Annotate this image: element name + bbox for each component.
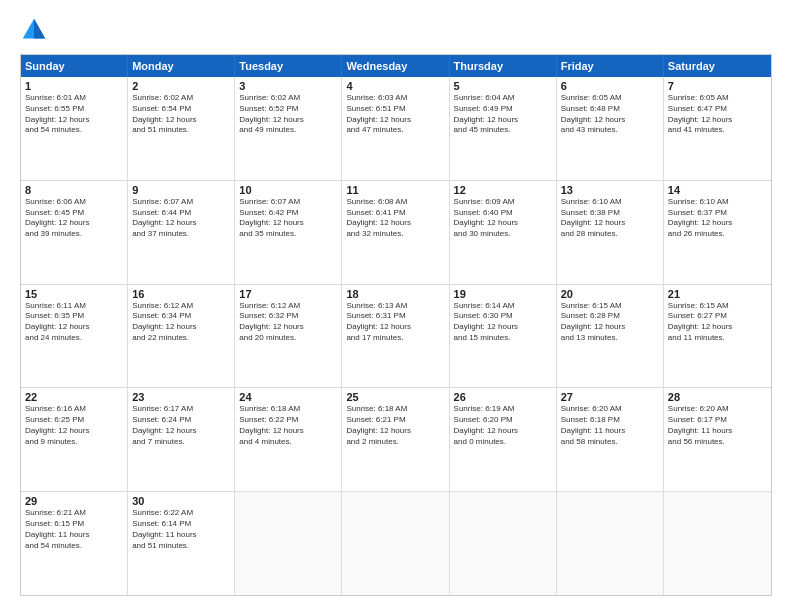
cell-info: Sunrise: 6:17 AMSunset: 6:24 PMDaylight:… (132, 404, 230, 447)
cell-info: Sunrise: 6:21 AMSunset: 6:15 PMDaylight:… (25, 508, 123, 551)
day-number: 4 (346, 80, 444, 92)
calendar-cell: 13Sunrise: 6:10 AMSunset: 6:38 PMDayligh… (557, 181, 664, 284)
cell-info: Sunrise: 6:14 AMSunset: 6:30 PMDaylight:… (454, 301, 552, 344)
calendar-header-tuesday: Tuesday (235, 55, 342, 77)
day-number: 6 (561, 80, 659, 92)
calendar-cell: 23Sunrise: 6:17 AMSunset: 6:24 PMDayligh… (128, 388, 235, 491)
page: SundayMondayTuesdayWednesdayThursdayFrid… (0, 0, 792, 612)
day-number: 27 (561, 391, 659, 403)
calendar-cell: 20Sunrise: 6:15 AMSunset: 6:28 PMDayligh… (557, 285, 664, 388)
day-number: 13 (561, 184, 659, 196)
day-number: 3 (239, 80, 337, 92)
calendar-cell: 4Sunrise: 6:03 AMSunset: 6:51 PMDaylight… (342, 77, 449, 180)
calendar-cell: 11Sunrise: 6:08 AMSunset: 6:41 PMDayligh… (342, 181, 449, 284)
calendar-cell: 28Sunrise: 6:20 AMSunset: 6:17 PMDayligh… (664, 388, 771, 491)
calendar-week-1: 1Sunrise: 6:01 AMSunset: 6:55 PMDaylight… (21, 77, 771, 181)
cell-info: Sunrise: 6:03 AMSunset: 6:51 PMDaylight:… (346, 93, 444, 136)
calendar-cell: 9Sunrise: 6:07 AMSunset: 6:44 PMDaylight… (128, 181, 235, 284)
day-number: 29 (25, 495, 123, 507)
calendar-cell: 14Sunrise: 6:10 AMSunset: 6:37 PMDayligh… (664, 181, 771, 284)
calendar-week-4: 22Sunrise: 6:16 AMSunset: 6:25 PMDayligh… (21, 388, 771, 492)
day-number: 19 (454, 288, 552, 300)
calendar-cell (664, 492, 771, 595)
day-number: 18 (346, 288, 444, 300)
calendar-cell: 2Sunrise: 6:02 AMSunset: 6:54 PMDaylight… (128, 77, 235, 180)
calendar: SundayMondayTuesdayWednesdayThursdayFrid… (20, 54, 772, 596)
cell-info: Sunrise: 6:05 AMSunset: 6:48 PMDaylight:… (561, 93, 659, 136)
calendar-cell (235, 492, 342, 595)
cell-info: Sunrise: 6:08 AMSunset: 6:41 PMDaylight:… (346, 197, 444, 240)
calendar-cell: 19Sunrise: 6:14 AMSunset: 6:30 PMDayligh… (450, 285, 557, 388)
calendar-cell: 29Sunrise: 6:21 AMSunset: 6:15 PMDayligh… (21, 492, 128, 595)
day-number: 5 (454, 80, 552, 92)
day-number: 25 (346, 391, 444, 403)
day-number: 20 (561, 288, 659, 300)
day-number: 8 (25, 184, 123, 196)
day-number: 24 (239, 391, 337, 403)
calendar-header-wednesday: Wednesday (342, 55, 449, 77)
calendar-cell: 24Sunrise: 6:18 AMSunset: 6:22 PMDayligh… (235, 388, 342, 491)
cell-info: Sunrise: 6:20 AMSunset: 6:17 PMDaylight:… (668, 404, 767, 447)
day-number: 17 (239, 288, 337, 300)
header (20, 16, 772, 44)
calendar-cell: 21Sunrise: 6:15 AMSunset: 6:27 PMDayligh… (664, 285, 771, 388)
day-number: 23 (132, 391, 230, 403)
cell-info: Sunrise: 6:11 AMSunset: 6:35 PMDaylight:… (25, 301, 123, 344)
calendar-cell: 1Sunrise: 6:01 AMSunset: 6:55 PMDaylight… (21, 77, 128, 180)
day-number: 30 (132, 495, 230, 507)
logo (20, 16, 52, 44)
day-number: 2 (132, 80, 230, 92)
day-number: 28 (668, 391, 767, 403)
cell-info: Sunrise: 6:20 AMSunset: 6:18 PMDaylight:… (561, 404, 659, 447)
cell-info: Sunrise: 6:15 AMSunset: 6:28 PMDaylight:… (561, 301, 659, 344)
day-number: 21 (668, 288, 767, 300)
calendar-week-3: 15Sunrise: 6:11 AMSunset: 6:35 PMDayligh… (21, 285, 771, 389)
day-number: 1 (25, 80, 123, 92)
cell-info: Sunrise: 6:02 AMSunset: 6:54 PMDaylight:… (132, 93, 230, 136)
calendar-cell: 15Sunrise: 6:11 AMSunset: 6:35 PMDayligh… (21, 285, 128, 388)
cell-info: Sunrise: 6:16 AMSunset: 6:25 PMDaylight:… (25, 404, 123, 447)
day-number: 12 (454, 184, 552, 196)
cell-info: Sunrise: 6:10 AMSunset: 6:37 PMDaylight:… (668, 197, 767, 240)
cell-info: Sunrise: 6:07 AMSunset: 6:44 PMDaylight:… (132, 197, 230, 240)
day-number: 22 (25, 391, 123, 403)
cell-info: Sunrise: 6:07 AMSunset: 6:42 PMDaylight:… (239, 197, 337, 240)
calendar-header-sunday: Sunday (21, 55, 128, 77)
cell-info: Sunrise: 6:18 AMSunset: 6:21 PMDaylight:… (346, 404, 444, 447)
calendar-cell: 18Sunrise: 6:13 AMSunset: 6:31 PMDayligh… (342, 285, 449, 388)
cell-info: Sunrise: 6:05 AMSunset: 6:47 PMDaylight:… (668, 93, 767, 136)
calendar-cell: 30Sunrise: 6:22 AMSunset: 6:14 PMDayligh… (128, 492, 235, 595)
day-number: 11 (346, 184, 444, 196)
calendar-cell: 12Sunrise: 6:09 AMSunset: 6:40 PMDayligh… (450, 181, 557, 284)
calendar-cell: 25Sunrise: 6:18 AMSunset: 6:21 PMDayligh… (342, 388, 449, 491)
cell-info: Sunrise: 6:02 AMSunset: 6:52 PMDaylight:… (239, 93, 337, 136)
calendar-cell: 17Sunrise: 6:12 AMSunset: 6:32 PMDayligh… (235, 285, 342, 388)
cell-info: Sunrise: 6:09 AMSunset: 6:40 PMDaylight:… (454, 197, 552, 240)
calendar-cell (450, 492, 557, 595)
cell-info: Sunrise: 6:13 AMSunset: 6:31 PMDaylight:… (346, 301, 444, 344)
day-number: 14 (668, 184, 767, 196)
calendar-cell: 27Sunrise: 6:20 AMSunset: 6:18 PMDayligh… (557, 388, 664, 491)
day-number: 15 (25, 288, 123, 300)
calendar-header-friday: Friday (557, 55, 664, 77)
calendar-cell (557, 492, 664, 595)
calendar-week-2: 8Sunrise: 6:06 AMSunset: 6:45 PMDaylight… (21, 181, 771, 285)
calendar-cell: 8Sunrise: 6:06 AMSunset: 6:45 PMDaylight… (21, 181, 128, 284)
calendar-week-5: 29Sunrise: 6:21 AMSunset: 6:15 PMDayligh… (21, 492, 771, 595)
cell-info: Sunrise: 6:04 AMSunset: 6:49 PMDaylight:… (454, 93, 552, 136)
calendar-cell: 22Sunrise: 6:16 AMSunset: 6:25 PMDayligh… (21, 388, 128, 491)
day-number: 9 (132, 184, 230, 196)
calendar-header-thursday: Thursday (450, 55, 557, 77)
calendar-body: 1Sunrise: 6:01 AMSunset: 6:55 PMDaylight… (21, 77, 771, 595)
day-number: 26 (454, 391, 552, 403)
cell-info: Sunrise: 6:06 AMSunset: 6:45 PMDaylight:… (25, 197, 123, 240)
calendar-cell: 10Sunrise: 6:07 AMSunset: 6:42 PMDayligh… (235, 181, 342, 284)
cell-info: Sunrise: 6:12 AMSunset: 6:32 PMDaylight:… (239, 301, 337, 344)
cell-info: Sunrise: 6:22 AMSunset: 6:14 PMDaylight:… (132, 508, 230, 551)
svg-marker-1 (34, 19, 45, 39)
calendar-cell: 6Sunrise: 6:05 AMSunset: 6:48 PMDaylight… (557, 77, 664, 180)
cell-info: Sunrise: 6:01 AMSunset: 6:55 PMDaylight:… (25, 93, 123, 136)
calendar-header-monday: Monday (128, 55, 235, 77)
day-number: 10 (239, 184, 337, 196)
calendar-cell: 26Sunrise: 6:19 AMSunset: 6:20 PMDayligh… (450, 388, 557, 491)
